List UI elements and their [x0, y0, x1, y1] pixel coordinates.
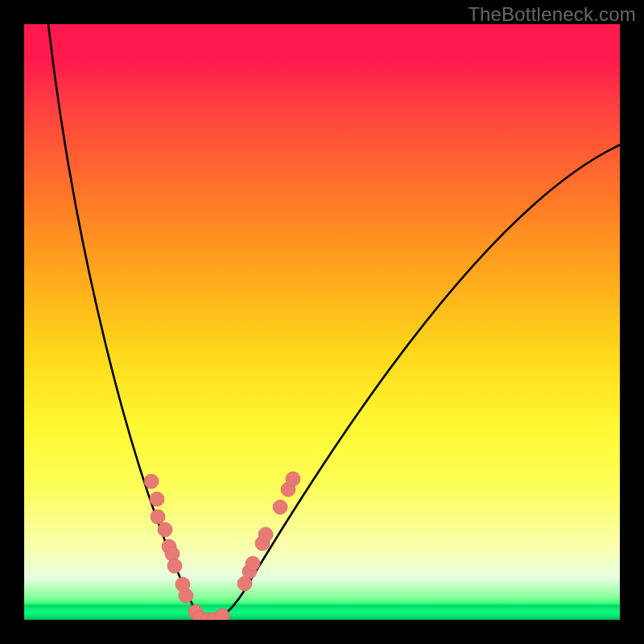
- data-point: [215, 609, 229, 620]
- data-point: [150, 492, 164, 506]
- data-point: [179, 588, 193, 603]
- outer-frame: TheBottleneck.com: [0, 0, 644, 644]
- curve-group: [48, 24, 620, 620]
- data-point: [158, 522, 172, 537]
- left-curve: [48, 24, 211, 620]
- right-curve: [211, 145, 620, 620]
- data-point: [258, 527, 273, 542]
- plot-area: [24, 24, 620, 620]
- data-point: [273, 500, 287, 514]
- data-point: [151, 510, 165, 524]
- data-point: [167, 559, 182, 573]
- watermark-text: TheBottleneck.com: [468, 3, 636, 26]
- data-points: [144, 472, 300, 620]
- data-point: [246, 556, 260, 571]
- chart-svg: [24, 24, 620, 620]
- data-point: [286, 472, 300, 486]
- data-point: [144, 474, 159, 489]
